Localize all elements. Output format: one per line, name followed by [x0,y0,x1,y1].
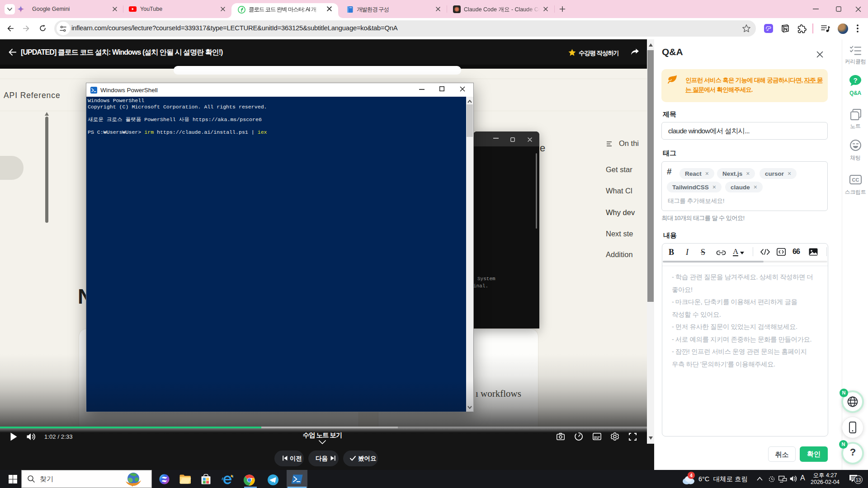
svg-text:?: ? [853,76,857,84]
svg-text:CC: CC [852,177,859,183]
